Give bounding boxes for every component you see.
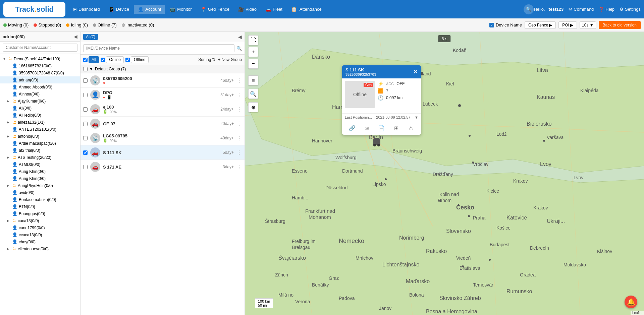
nav-dashboard[interactable]: ⊞ Dashboard: [69, 5, 104, 14]
device-row[interactable]: 📡 085763605200 ♥ 46day+ ⋮: [80, 73, 245, 88]
device-row[interactable]: 👤 DPO ♥ 📱 31day+ ⋮: [80, 88, 245, 102]
device-checkbox[interactable]: [83, 107, 88, 112]
device-row-s111sk[interactable]: 🚗 S 111 SK 5day+ ⋮: [80, 145, 245, 160]
tree-item-aungkhin1[interactable]: 👤 Aung Khin(0/0): [0, 168, 80, 175]
nav-monitor[interactable]: 📺 Monitor: [166, 5, 196, 14]
device-menu-button[interactable]: ⋮: [236, 149, 242, 156]
group-checkbox[interactable]: [83, 67, 88, 71]
sidebar-collapse-button[interactable]: ◀: [74, 34, 77, 39]
poi-button[interactable]: POI ▶: [558, 21, 577, 29]
device-checkbox[interactable]: [83, 150, 88, 155]
tree-item-demo[interactable]: ▼ 🗂 Demo(Stock144/Total190): [0, 55, 80, 62]
interval-select[interactable]: 10s ▼: [580, 21, 596, 29]
device-row[interactable]: 🚗 GF-07 20day+ ⋮: [80, 117, 245, 131]
tree-item-bonfacemabuku[interactable]: 👤 Bonfacemabuku(0/0): [0, 196, 80, 203]
status-offline[interactable]: Offline (7): [93, 22, 117, 27]
tree-item-alireza[interactable]: ▶ 🗂 alireza132(1/1): [0, 119, 80, 126]
action-link-button[interactable]: 🔗: [347, 123, 357, 133]
tree-item-at6[interactable]: ▶ 🗂 AT6 Testing(20/20): [0, 154, 80, 161]
device-checkbox[interactable]: [83, 165, 88, 169]
tree-item-35985[interactable]: 👤 35985708172848 87(0/0): [0, 69, 80, 76]
tree-item-clientenuevo[interactable]: ▶ 🗂 clientenuevo(0/0): [0, 245, 80, 252]
tree-item-ali[interactable]: 👤 Ali(0/0): [0, 105, 80, 112]
new-group-button[interactable]: + New Group: [218, 57, 242, 62]
action-email-button[interactable]: ✉: [362, 123, 372, 133]
filter-all-checkbox[interactable]: [83, 58, 88, 62]
device-search-input[interactable]: [83, 44, 234, 52]
help-link[interactable]: ❓ Help: [599, 7, 614, 12]
device-checkbox[interactable]: [83, 136, 88, 140]
tree-item-ardie[interactable]: 👤 Ardie macaspac(0/0): [0, 140, 80, 147]
map-cluster-button[interactable]: ⊕: [248, 102, 258, 112]
back-old-version-button[interactable]: Back to old version: [599, 21, 641, 29]
nav-device[interactable]: 📱 Device: [105, 5, 133, 14]
action-grid-button[interactable]: ⊞: [391, 123, 401, 133]
device-search-icon[interactable]: 🔍: [236, 46, 242, 51]
nav-account[interactable]: 👤 Account: [134, 5, 165, 14]
notification-bell[interactable]: 🔔: [625, 296, 637, 308]
device-name-toggle[interactable]: ✓ Device Name: [489, 22, 522, 27]
tree-item-buanggps[interactable]: 👤 Buanggps(0/0): [0, 210, 80, 217]
device-menu-button[interactable]: ⋮: [236, 77, 242, 84]
nav-iattendance[interactable]: 📋 iAttendance: [287, 5, 326, 14]
device-panel-collapse[interactable]: ◀: [238, 34, 242, 40]
tree-item-caca13[interactable]: ▶ 🗂 caca13(0/0): [0, 217, 80, 224]
tree-item-atmd3[interactable]: 👤 ATMD3(0/0): [0, 161, 80, 168]
status-moving[interactable]: Moving (0): [3, 22, 29, 27]
device-menu-button[interactable]: ⋮: [236, 92, 242, 98]
map-layers-button[interactable]: ≡: [248, 75, 258, 85]
command-link[interactable]: ✉ Command: [569, 7, 594, 12]
tree-item-ccaca13[interactable]: 👤 ccaca13(0/0): [0, 231, 80, 238]
filter-online-chip[interactable]: Online: [106, 56, 124, 63]
map-zoom-out-button[interactable]: −: [248, 59, 258, 69]
sidebar-search-input[interactable]: [3, 44, 77, 52]
tree-item-adrian[interactable]: 👤 adrian(0/0): [0, 76, 80, 83]
filter-online-checkbox[interactable]: [101, 58, 105, 62]
device-checkbox[interactable]: [83, 78, 88, 83]
tree-item-choy[interactable]: 👤 choy(0/0): [0, 238, 80, 245]
status-inactivated[interactable]: Inactivated (0): [122, 22, 154, 27]
tree-item-aungkhin2[interactable]: 👤 Aung Khin(0/0): [0, 175, 80, 182]
sort-button[interactable]: Sorting ⇅: [198, 57, 215, 62]
device-menu-button[interactable]: ⋮: [236, 121, 242, 127]
tree-item-avid[interactable]: 👤 avid(0/0): [0, 189, 80, 196]
settings-link[interactable]: ⚙ Settings: [620, 7, 641, 12]
status-idling[interactable]: Idling (0): [66, 22, 88, 27]
status-stopped[interactable]: Stopped (0): [34, 22, 61, 27]
device-checkbox[interactable]: [83, 93, 88, 97]
device-menu-button[interactable]: ⋮: [236, 135, 242, 141]
nav-fleet[interactable]: 🚗 Fleet: [261, 5, 286, 14]
device-row[interactable]: 🚗 ej100 🔋 20% 24day+ ⋮: [80, 102, 245, 117]
tree-item-at2[interactable]: 👤 at2 trial(0/0): [0, 147, 80, 154]
tree-item-ainhoa[interactable]: 👤 Ainhoa(0/0): [0, 90, 80, 98]
tree-item-aliledib[interactable]: 👤 Ali ledib(0/0): [0, 112, 80, 119]
map-zoom-in-button[interactable]: +: [248, 47, 258, 57]
nav-geo-fence[interactable]: 📍 Geo Fence: [197, 5, 233, 14]
tree-item-antest[interactable]: 👤 ANTEST202101(0/0): [0, 126, 80, 133]
tree-item-aungphyo[interactable]: ▶ 🗂 AungPhyoHein(0/0): [0, 182, 80, 189]
map-geofence-button[interactable]: 🔍: [248, 89, 258, 99]
geo-fence-button[interactable]: Geo Fence ▶: [525, 21, 556, 29]
map-area[interactable]: Dánsko Kodaň Šjælland Brémy Hamburg Lübe…: [245, 32, 644, 315]
tree-item-ahmed[interactable]: 👤 Ahmed Abood(0/0): [0, 83, 80, 90]
tree-item-cann1799[interactable]: 👤 cann1799(0/0): [0, 224, 80, 231]
filter-all-chip[interactable]: All: [89, 56, 99, 63]
filter-offline-chip[interactable]: Offline: [131, 56, 148, 63]
device-row[interactable]: 📡 LG05-09785 🔋 20% 40day+ ⋮: [80, 131, 245, 145]
search-button[interactable]: 🔍: [524, 4, 534, 14]
action-document-button[interactable]: 📄: [377, 123, 386, 133]
action-alert-button[interactable]: ⚠: [406, 123, 416, 133]
device-menu-button[interactable]: ⋮: [236, 164, 242, 170]
map-fullscreen-button[interactable]: ⛶: [248, 35, 258, 45]
device-row[interactable]: 🚗 S 171 AE 3day+ ⋮: [80, 160, 245, 174]
expand-icon[interactable]: ▼: [415, 115, 418, 119]
device-checkbox[interactable]: [83, 122, 88, 126]
popup-close-button[interactable]: ✕: [413, 69, 418, 75]
device-menu-button[interactable]: ⋮: [236, 106, 242, 113]
filter-offline-checkbox[interactable]: [125, 58, 130, 62]
tree-item-antonio[interactable]: ▶ 🗂 antonio(0/0): [0, 133, 80, 140]
tree-item-btn[interactable]: 👤 BTN(0/0): [0, 203, 80, 210]
tree-item-18616[interactable]: 👤 18616857821(0/0): [0, 62, 80, 69]
nav-video[interactable]: 🎥 Video: [234, 5, 261, 14]
tree-item-ajaykumar[interactable]: ▶ 🗂 AjayKumar(0/0): [0, 98, 80, 105]
